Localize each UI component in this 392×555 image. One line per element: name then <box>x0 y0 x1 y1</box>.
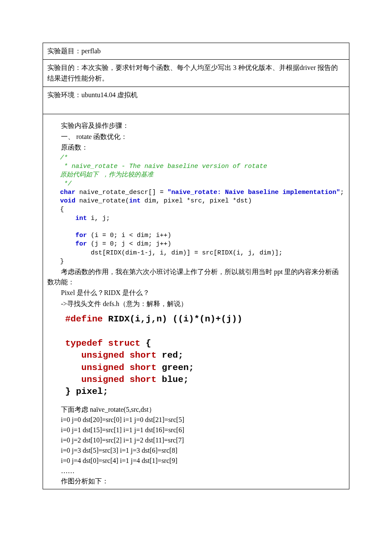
trace-block: i=0 j=0 dst[20]=src[0] i=1 j=0 dst[21]=s… <box>47 415 345 486</box>
trace-row: i=0 j=2 dst[10]=src[2] i=1 j=2 dst[11]=s… <box>61 435 345 445</box>
code-comment: * naive_rotate - The naive baseline vers… <box>60 163 267 170</box>
plot-line: 作图分析如下： <box>61 476 345 486</box>
code-text <box>124 375 130 384</box>
code-keyword: short <box>130 350 156 360</box>
title-value: perflab <box>81 47 101 55</box>
code-text <box>124 350 130 360</box>
trace-row: i=0 j=1 dst[15]=src[1] i=1 j=1 dst[16]=s… <box>61 425 345 435</box>
code-comment: /* <box>60 154 68 162</box>
code-text: ; <box>340 189 344 196</box>
purpose-cell: 实验目的：本次实验，要求针对每个函数、每个人均至少写出 3 种优化版本、并根据d… <box>43 60 349 87</box>
code-keyword: typedef <box>65 338 103 348</box>
code-keyword: unsigned <box>65 375 124 384</box>
code-keyword: #define <box>65 314 103 324</box>
code-text <box>124 363 130 373</box>
code-keyword: for <box>60 240 87 248</box>
code-text: dst[RIDX(dim-1-j, i, dim)] = src[RIDX(i,… <box>60 249 282 257</box>
code-keyword: char <box>60 189 75 196</box>
naive-rotate-code: /* * naive_rotate - The naive baseline v… <box>60 154 345 266</box>
env-cell: 实验环境：ubuntu14.04 虚拟机 <box>43 87 349 114</box>
purpose-label: 实验目的： <box>47 64 81 71</box>
pixel-question: Pixel 是什么？RIDX 是什么？ <box>47 287 345 298</box>
code-keyword: short <box>130 363 156 373</box>
trace-ellipsis: …… <box>61 466 345 476</box>
steps-heading: 实验内容及操作步骤： <box>47 120 345 131</box>
code-keyword: short <box>130 375 156 384</box>
orig-func-label: 原函数： <box>47 142 345 153</box>
code-text: } <box>60 258 64 265</box>
code-string: "naive_rotate: Naive baseline implementa… <box>167 189 340 196</box>
content-cell: 实验内容及操作步骤： 一、 rotate 函数优化： 原函数： /* * nai… <box>43 114 349 489</box>
analysis-paragraph: 考虑函数的作用，我在第六次小班讨论课上作了分析，所以就引用当时 ppt 里的内容… <box>47 267 345 277</box>
code-keyword: unsigned <box>65 350 124 360</box>
code-text: naive_rotate_descr[] = <box>75 189 167 196</box>
code-text: (j = 0; j < dim; j++) <box>87 240 171 248</box>
section1-heading: 一、 rotate 函数优化： <box>47 131 345 142</box>
trace-row: i=0 j=0 dst[20]=src[0] i=1 j=0 dst[21]=s… <box>61 415 345 425</box>
analysis-text: 考虑函数的作用，我在第六次小班讨论课上作了分析，所以就引用当时 ppt 里的内容… <box>61 268 339 275</box>
code-keyword: int <box>60 215 87 222</box>
code-text: (i = 0; i < dim; i++) <box>87 232 171 239</box>
code-text: { <box>140 338 151 348</box>
analysis-paragraph-wrap: 数功能： <box>47 277 345 287</box>
code-comment: 原始代码如下 ，作为比较的基准 <box>60 171 153 179</box>
code-comment: */ <box>60 180 72 188</box>
consider-line: 下面考虑 naïve_rotate(5,src,dst） <box>47 404 345 415</box>
code-keyword: int <box>129 197 141 205</box>
title-cell: 实验题目：perflab <box>43 43 349 60</box>
document-page: 实验题目：perflab 实验目的：本次实验，要求针对每个函数、每个人均至少写出… <box>0 0 392 555</box>
env-value: ubuntu14.04 虚拟机 <box>81 91 138 98</box>
code-keyword: struct <box>108 338 141 348</box>
purpose-value: 本次实验，要求针对每个函数、每个人均至少写出 3 种优化版本、并根据driver… <box>47 64 338 82</box>
env-label: 实验环境： <box>47 91 81 98</box>
code-text: naive_rotate( <box>75 197 129 205</box>
trace-row: i=0 j=3 dst[5]=src[3] i=1 j=3 dst[6]=src… <box>61 445 345 456</box>
code-text: blue; <box>156 375 189 384</box>
code-keyword: void <box>60 197 75 205</box>
trace-row: i=0 j=4 dst[0]=src[4] i=1 j=4 dst[1]=src… <box>61 456 345 466</box>
code-keyword: unsigned <box>65 363 124 373</box>
code-keyword: for <box>60 232 87 239</box>
code-text: { <box>60 206 64 213</box>
code-text: red; <box>156 350 183 360</box>
code-text <box>103 338 108 348</box>
code-text: i, j; <box>87 215 110 222</box>
code-text: green; <box>156 363 194 373</box>
title-label: 实验题目： <box>47 47 81 55</box>
code-text: RIDX(i,j,n) ((i)*(n)+(j)) <box>103 314 242 324</box>
code-text: } pixel; <box>65 387 108 396</box>
defs-code: #define RIDX(i,j,n) ((i)*(n)+(j)) typede… <box>65 313 345 398</box>
seek-defs-line: ->寻找头文件 defs.h（意为：解释，解说） <box>47 298 345 309</box>
code-text: dim, pixel *src, pixel *dst) <box>141 197 252 205</box>
